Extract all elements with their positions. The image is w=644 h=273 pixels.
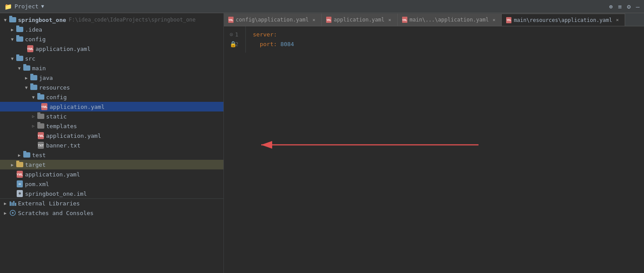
tree-item-main[interactable]: ▼ main xyxy=(0,63,223,73)
code-area[interactable]: server: port: 8084 xyxy=(246,26,644,53)
tab1-yaml-icon: YML xyxy=(228,17,234,23)
config-yaml-label: application.yaml xyxy=(36,46,90,52)
src-arrow[interactable]: ▼ xyxy=(9,56,16,61)
test-label: test xyxy=(32,152,46,158)
target-label: target xyxy=(25,162,46,168)
svg-rect-1 xyxy=(11,202,13,206)
code-indent xyxy=(253,40,260,49)
tree-item-templates[interactable]: ▷ templates xyxy=(0,121,223,131)
java-arrow[interactable]: ▶ xyxy=(23,75,30,80)
svg-rect-2 xyxy=(13,201,14,206)
src-label: src xyxy=(25,55,35,62)
editor-content: ⊙ 1 🔒 2 server: port: xyxy=(224,26,644,53)
tab1-close[interactable]: × xyxy=(311,17,317,23)
code-line-1: server: xyxy=(253,30,637,40)
iml-label: springboot_one.iml xyxy=(25,190,87,197)
gear-icon[interactable]: ⚙ xyxy=(627,3,630,10)
svg-rect-3 xyxy=(15,203,16,206)
idea-label: .idea xyxy=(25,26,42,33)
tree-item-java[interactable]: ▶ java xyxy=(0,73,223,83)
resources-arrow[interactable]: ▼ xyxy=(23,85,30,90)
title-bar-actions: ⊕ ≡ ⚙ — xyxy=(609,3,640,10)
target-arrow[interactable]: ▶ xyxy=(9,162,16,167)
root-arrow[interactable]: ▼ xyxy=(2,18,9,22)
tab-main-res-yaml[interactable]: YML main\resources\application.yaml × xyxy=(502,14,625,26)
res-config-folder-icon xyxy=(37,94,45,100)
minimize-icon[interactable]: — xyxy=(636,3,640,10)
tree-item-res-yaml[interactable]: YML application.yaml xyxy=(0,131,223,140)
title-project-label[interactable]: Project xyxy=(14,3,39,10)
tree-item-test[interactable]: ▶ test xyxy=(0,150,223,160)
project-path-label: F:\idea_code\IdeaProjects\springboot_one xyxy=(69,17,196,23)
tree-item-pom[interactable]: m pom.xml xyxy=(0,179,223,189)
tree-item-res-config[interactable]: ▼ config xyxy=(0,92,223,102)
line-numbers: ⊙ 1 🔒 2 xyxy=(224,26,246,53)
code-port-value: 8084 xyxy=(281,40,294,49)
config-label: config xyxy=(25,36,46,43)
editor-wrapper: ⊙ 1 🔒 2 server: port: xyxy=(224,26,644,273)
tree-item-config[interactable]: ▼ config xyxy=(0,34,223,44)
static-folder-icon xyxy=(37,113,45,119)
tab4-close[interactable]: × xyxy=(614,17,620,23)
tree-item-static[interactable]: ▷ static xyxy=(0,111,223,121)
config-arrow[interactable]: ▼ xyxy=(9,37,16,42)
res-config-arrow[interactable]: ▼ xyxy=(30,95,37,100)
tree-item-banner[interactable]: TXT banner.txt xyxy=(0,140,223,150)
tab-bar: YML config\application.yaml × YML applic… xyxy=(224,13,644,26)
ext-libs-arrow[interactable]: ▶ xyxy=(2,201,9,206)
tab-config-yaml[interactable]: YML config\application.yaml × xyxy=(224,14,322,26)
tab2-close[interactable]: × xyxy=(387,17,393,23)
test-arrow[interactable]: ▶ xyxy=(16,153,23,158)
tree-item-iml[interactable]: ⊕ springboot_one.iml xyxy=(0,189,223,198)
tree-item-src[interactable]: ▼ src xyxy=(0,54,223,63)
tab-app-yaml[interactable]: YML application.yaml × xyxy=(322,14,398,26)
line-num-1-val: 1 xyxy=(235,30,238,40)
tree-item-idea[interactable]: ▶ .idea xyxy=(0,25,223,34)
static-label: static xyxy=(46,113,67,120)
tab3-close[interactable]: × xyxy=(491,17,497,23)
tab1-label: config\application.yaml xyxy=(236,17,309,23)
ext-libs-icon xyxy=(9,201,17,207)
res-config-yaml-icon: YML xyxy=(40,104,48,110)
tab2-yaml-icon: YML xyxy=(326,17,331,23)
line-num-1: ⊙ 1 xyxy=(224,30,242,40)
resources-folder-icon xyxy=(30,84,38,90)
svg-point-5 xyxy=(12,212,14,214)
code-line-2: port: 8084 xyxy=(253,40,637,49)
tree-root[interactable]: ▼ springboot_one F:\idea_code\IdeaProjec… xyxy=(0,15,223,25)
tab4-yaml-icon: YML xyxy=(506,17,511,23)
tree-item-config-yaml[interactable]: YML application.yaml xyxy=(0,44,223,54)
svg-rect-0 xyxy=(10,201,11,206)
tab3-label: main\...\application.yaml xyxy=(410,17,489,23)
tree-item-scratches[interactable]: ▶ Scratches and Consoles xyxy=(0,208,223,218)
line-num-2-val: 2 xyxy=(235,40,238,49)
tree-item-external-libs[interactable]: ▶ External Libraries xyxy=(0,198,223,208)
config-folder-icon xyxy=(16,36,24,42)
static-arrow[interactable]: ▷ xyxy=(30,114,37,119)
iml-icon: ⊕ xyxy=(16,190,24,197)
root-yaml-icon: YML xyxy=(16,171,24,177)
scratches-arrow[interactable]: ▶ xyxy=(2,211,9,216)
bookmark-2: 🔒 xyxy=(230,40,233,49)
main-arrow[interactable]: ▼ xyxy=(16,66,23,71)
tab3-yaml-icon: YML xyxy=(402,17,407,23)
templates-folder-icon xyxy=(37,123,45,129)
red-arrow-overlay xyxy=(224,26,644,273)
java-label: java xyxy=(39,75,53,81)
templates-arrow[interactable]: ▷ xyxy=(30,124,37,128)
title-dropdown-arrow[interactable]: ▼ xyxy=(41,4,44,9)
root-yaml-label: application.yaml xyxy=(25,171,80,178)
globe-icon[interactable]: ⊕ xyxy=(609,3,612,10)
file-tree: ▼ springboot_one F:\idea_code\IdeaProjec… xyxy=(0,13,223,273)
tree-item-target[interactable]: ▶ target xyxy=(0,160,223,169)
main-layout: ▼ springboot_one F:\idea_code\IdeaProjec… xyxy=(0,13,644,273)
tab-main-yaml[interactable]: YML main\...\application.yaml × xyxy=(398,14,502,26)
config-yaml-icon: YML xyxy=(26,46,34,52)
tree-item-root-yaml[interactable]: YML application.yaml xyxy=(0,169,223,179)
idea-arrow[interactable]: ▶ xyxy=(9,27,16,32)
tree-item-res-config-yaml[interactable]: YML application.yaml xyxy=(0,102,223,111)
tree-item-resources[interactable]: ▼ resources xyxy=(0,83,223,92)
title-bar-left: 📁 Project ▼ xyxy=(4,3,44,10)
tab2-label: application.yaml xyxy=(334,17,385,23)
settings-icon[interactable]: ≡ xyxy=(618,3,622,10)
